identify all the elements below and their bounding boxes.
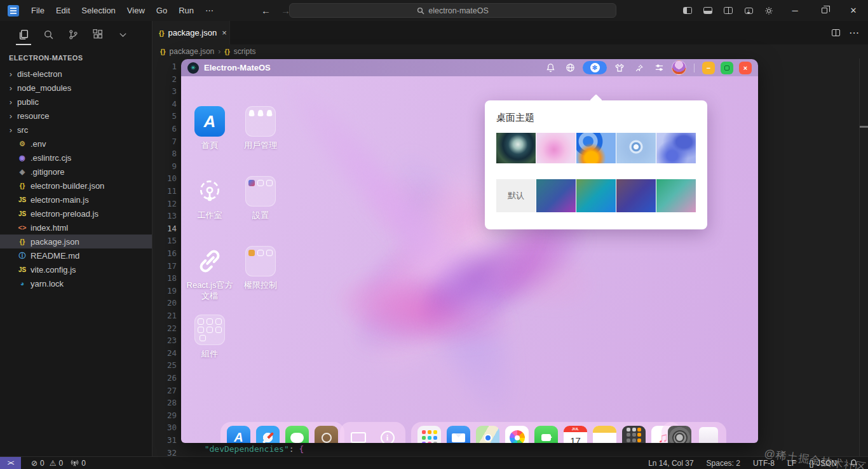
menu-item-more[interactable]: ⋯	[200, 4, 219, 18]
problems-status[interactable]: ⊘0 ⚠0	[27, 457, 67, 469]
tree-item-public[interactable]: ›public	[0, 95, 152, 109]
dock-contacts-icon[interactable]	[315, 426, 338, 443]
tree-item-resource[interactable]: ›resource	[0, 109, 152, 123]
globe-language-icon[interactable]	[563, 61, 577, 75]
dock-maps-icon[interactable]	[476, 426, 499, 443]
breadcrumb-symbol[interactable]: scripts	[234, 47, 256, 56]
indentation[interactable]: Spaces: 2	[703, 457, 744, 469]
tree-item--gitignore[interactable]: ◈.gitignore	[0, 165, 152, 179]
desktop-icon-folder-permissions[interactable]: 權限控制	[235, 246, 286, 290]
extensions-view-icon[interactable]	[88, 26, 107, 43]
skin-tshirt-icon[interactable]	[613, 61, 627, 75]
tree-item-yarn-lock[interactable]: ◕yarn.lock	[0, 276, 152, 290]
dock-notes-icon[interactable]	[593, 426, 616, 443]
theme-engine-active-button[interactable]: ✻	[583, 61, 607, 74]
dock-settings-icon[interactable]	[668, 426, 691, 443]
menu-item-selection[interactable]: Selection	[76, 4, 121, 18]
remote-indicator[interactable]: ><	[0, 457, 21, 469]
dock-facetime-icon[interactable]	[534, 426, 558, 443]
component-mini-icon	[198, 327, 204, 333]
app-minimize-button[interactable]: −	[702, 62, 715, 74]
notifications-bell-icon[interactable]	[543, 61, 557, 75]
tree-item-README-md[interactable]: ⓘREADME.md	[0, 248, 152, 262]
toggle-primary-sidebar-icon[interactable]	[679, 3, 696, 18]
feedback-icon[interactable]: !	[740, 3, 757, 18]
app-close-button[interactable]: ×	[739, 62, 752, 74]
split-editor-icon[interactable]	[832, 29, 840, 36]
explorer-view-icon[interactable]	[14, 26, 33, 43]
desktop-icon-label: 工作室	[198, 210, 222, 221]
wallpaper-thumb-pink-flower[interactable]	[536, 133, 576, 163]
dock-launchpad-icon[interactable]	[417, 426, 441, 443]
breadcrumb-file[interactable]: package.json	[170, 47, 215, 56]
settings-gear-icon[interactable]	[760, 3, 778, 18]
toggle-secondary-sidebar-icon[interactable]	[719, 3, 737, 18]
search-view-icon[interactable]	[39, 26, 58, 43]
settings-sliders-icon[interactable]	[652, 61, 666, 75]
dock-messages-icon[interactable]	[285, 426, 309, 443]
wallpaper-option-default[interactable]: 默认	[496, 179, 536, 212]
user-avatar[interactable]	[672, 60, 686, 75]
symbol-object-icon: {}	[224, 48, 230, 55]
desktop-icon-folder-users[interactable]: 用戶管理	[235, 106, 286, 151]
wallpaper-option-plum-blue[interactable]	[616, 179, 656, 212]
dock-calculator-icon[interactable]	[622, 426, 646, 443]
wallpaper-option-green-blue[interactable]	[576, 179, 616, 212]
desktop-icon-folder-components[interactable]: 組件	[184, 315, 235, 359]
dock-info-icon[interactable]: i	[376, 426, 399, 443]
window-close-button[interactable]: ✕	[839, 0, 868, 21]
dock-trash-icon[interactable]	[699, 427, 718, 444]
desktop-icon-gauge[interactable]: 工作室	[184, 176, 235, 221]
tab-package-json[interactable]: {} package.json ×	[153, 21, 230, 44]
pin-icon[interactable]	[632, 61, 646, 75]
source-control-view-icon[interactable]	[64, 26, 83, 43]
wallpaper-thumb-indigo-petals[interactable]	[656, 133, 696, 163]
toggle-panel-icon[interactable]	[699, 3, 717, 18]
wallpaper-thumb-dark-teal-swirl[interactable]	[496, 133, 536, 163]
menu-item-run[interactable]: Run	[173, 4, 200, 18]
tree-item--env[interactable]: ⚙.env	[0, 137, 152, 151]
dock-display-icon[interactable]	[346, 426, 370, 443]
menu-item-file[interactable]: File	[25, 4, 50, 18]
menu-item-go[interactable]: Go	[151, 4, 173, 18]
dock-photos-icon[interactable]	[505, 426, 529, 443]
tree-item-package-json[interactable]: {}package.json	[0, 234, 152, 248]
tree-item-electron-preload-js[interactable]: JSelectron-preload.js	[0, 207, 152, 221]
desktop-icon-link[interactable]: React.js官方文檔	[184, 246, 235, 301]
cursor-position[interactable]: Ln 14, Col 37	[644, 457, 697, 469]
tree-item-node-modules[interactable]: ›node_modules	[0, 81, 152, 95]
clock-mini-icon	[257, 180, 264, 186]
menu-item-edit[interactable]: Edit	[50, 4, 76, 18]
editor-more-actions-icon[interactable]: ⋯	[849, 27, 859, 39]
dock-appstore-icon[interactable]: A	[227, 426, 250, 443]
wallpaper-thumb-blue-rings-orange[interactable]	[576, 133, 616, 163]
wallpaper-option-green-pink[interactable]	[656, 179, 696, 212]
wallpaper-option-teal-magenta[interactable]	[536, 179, 576, 212]
dock-safari-icon[interactable]	[256, 426, 280, 443]
desktop-icon-folder-settings[interactable]: 設置	[235, 176, 286, 221]
dock-calendar-icon[interactable]: JUL17	[564, 426, 587, 443]
tree-item-electron-builder-json[interactable]: {}electron-builder.json	[0, 179, 152, 193]
menu-item-view[interactable]: View	[121, 4, 151, 18]
breadcrumb[interactable]: {} package.json › {} scripts	[153, 44, 868, 58]
history-back-icon[interactable]: ←	[261, 5, 271, 16]
tree-item-dist-electron[interactable]: ›dist-electron	[0, 67, 152, 81]
dock-mail-icon[interactable]	[447, 426, 470, 443]
tree-item-electron-main-js[interactable]: JSelectron-main.js	[0, 193, 152, 207]
scrollbar-thumb[interactable]	[860, 126, 868, 128]
window-minimize-button[interactable]: ─	[780, 0, 810, 21]
tab-close-icon[interactable]: ×	[222, 28, 227, 37]
app-maximize-button[interactable]	[721, 62, 733, 74]
wallpaper-thumb-blue-spiral[interactable]	[616, 133, 656, 163]
command-center-search[interactable]: electron-mateOS	[289, 3, 616, 18]
screen: FileEditSelectionViewGoRun⋯ ← → electron…	[0, 0, 868, 469]
tree-item-src[interactable]: ›src	[0, 123, 152, 137]
views-chevron-down-icon[interactable]	[113, 26, 132, 43]
desktop-icon-appstore[interactable]: A首頁	[184, 106, 235, 151]
explorer-project-title[interactable]: ELECTRON-MATEOS	[0, 46, 152, 67]
tree-item-vite-config-js[interactable]: JSvite.config.js	[0, 262, 152, 276]
tree-item--eslintrc-cjs[interactable]: ◉.eslintrc.cjs	[0, 151, 152, 165]
ports-status[interactable]: 0	[67, 457, 90, 469]
window-restore-button[interactable]	[810, 0, 839, 21]
tree-item-index-html[interactable]: <>index.html	[0, 221, 152, 234]
